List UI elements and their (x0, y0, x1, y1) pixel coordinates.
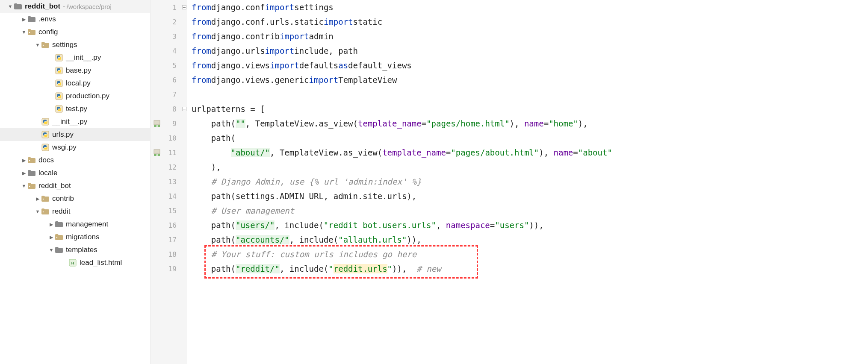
code-line[interactable]: ), (192, 160, 868, 174)
tree-item[interactable]: ▼reddit_bot~/workspace/proj (0, 0, 150, 13)
code-line[interactable]: "about/", TemplateView.as_view(template_… (192, 145, 868, 160)
line-number: 12 (151, 160, 181, 174)
tree-item[interactable]: Hlead_list.html (0, 256, 150, 269)
project-tree[interactable]: ▼reddit_bot~/workspace/proj▶.envs▼config… (0, 0, 151, 364)
code-line[interactable]: path("accounts/", include("allauth.urls"… (192, 232, 868, 247)
fold-row[interactable] (181, 58, 187, 73)
svg-point-0 (29, 32, 30, 33)
code-line[interactable]: path("reddit/", include("reddit.urls")),… (192, 261, 868, 276)
code-line[interactable]: from django.contrib import admin (192, 29, 868, 44)
code-editor[interactable]: from django.conf import settingsfrom dja… (187, 0, 868, 364)
code-line[interactable]: from django.conf.urls.static import stat… (192, 15, 868, 29)
chevron-right-icon[interactable]: ▶ (21, 16, 27, 23)
tree-item-hint: ~/workspace/proj (63, 3, 112, 10)
tree-item[interactable]: ▶migrations (0, 231, 150, 244)
fold-row[interactable] (181, 160, 187, 174)
code-line[interactable]: path(settings.ADMIN_URL, admin.site.urls… (192, 189, 868, 203)
tree-item[interactable]: ▶management (0, 218, 150, 231)
folder-icon (27, 169, 36, 177)
code-line[interactable]: from django.views import defaults as def… (192, 58, 868, 73)
fold-row[interactable] (181, 247, 187, 261)
code-line[interactable]: path("users/", include("reddit_bot.users… (192, 218, 868, 232)
code-line[interactable]: path( (192, 131, 868, 145)
tree-item-label: docs (38, 156, 54, 164)
fold-row[interactable] (181, 15, 187, 29)
line-number: 4 (151, 44, 181, 58)
chevron-right-icon[interactable]: ▶ (48, 221, 55, 228)
tree-item-label: management (66, 220, 108, 229)
code-line[interactable]: # Django Admin, use {% url 'admin:index'… (192, 174, 868, 189)
code-line[interactable] (192, 87, 868, 102)
code-fold-ribbon[interactable] (181, 0, 187, 364)
tree-item-label: local.py (66, 79, 91, 88)
fold-row[interactable] (181, 102, 187, 116)
fold-row[interactable] (181, 116, 187, 131)
code-line[interactable]: from django.conf import settings (192, 0, 868, 15)
code-line[interactable]: # User management (192, 203, 868, 218)
tree-item[interactable]: ▼config (0, 26, 150, 38)
fold-row[interactable] (181, 145, 187, 160)
tree-item[interactable]: local.py (0, 77, 150, 90)
fold-collapse-icon[interactable] (182, 107, 186, 111)
tree-item[interactable]: ▼reddit_bot (0, 179, 150, 192)
svg-rect-2 (56, 54, 62, 61)
line-number: 7 (151, 87, 181, 102)
chevron-right-icon[interactable]: ▶ (48, 234, 55, 241)
chevron-right-icon[interactable]: ▶ (21, 170, 27, 176)
tree-item-label: wsgi.py (52, 143, 77, 152)
chevron-right-icon[interactable]: ▶ (21, 157, 27, 164)
tree-item[interactable]: ▼settings (0, 38, 150, 51)
fold-collapse-icon[interactable] (182, 5, 186, 9)
fold-row[interactable] (181, 261, 187, 276)
tree-item[interactable]: test.py (0, 103, 150, 115)
tree-item[interactable]: production.py (0, 90, 150, 103)
code-line[interactable]: from django.views.generic import Templat… (192, 73, 868, 87)
chevron-down-icon[interactable]: ▼ (34, 41, 41, 48)
folder-icon (27, 182, 36, 190)
code-line[interactable]: path("", TemplateView.as_view(template_n… (192, 116, 868, 131)
chevron-down-icon[interactable]: ▼ (34, 208, 41, 215)
code-line[interactable]: from django.urls import include, path (192, 44, 868, 58)
line-number: H11 (151, 145, 181, 160)
chevron-down-icon[interactable]: ▼ (21, 182, 27, 189)
fold-row[interactable] (181, 189, 187, 203)
folder-icon (41, 207, 50, 216)
code-line[interactable]: # Your stuff: custom urls includes go he… (192, 247, 868, 261)
fold-row[interactable] (181, 203, 187, 218)
fold-row[interactable] (181, 131, 187, 145)
chevron-down-icon[interactable]: ▼ (48, 247, 55, 253)
tree-item[interactable]: ▶contrib (0, 192, 150, 205)
chevron-down-icon[interactable]: ▼ (21, 29, 27, 35)
tree-item[interactable]: ▶locale (0, 167, 150, 179)
tree-item[interactable]: ▼reddit (0, 205, 150, 218)
folder-icon (55, 233, 63, 241)
svg-rect-6 (56, 106, 62, 112)
tree-item[interactable]: ▼templates (0, 244, 150, 256)
line-number: 2 (151, 15, 181, 29)
tree-item-label: test.py (66, 105, 87, 113)
svg-rect-20 (154, 150, 160, 154)
fold-row[interactable] (181, 218, 187, 232)
tree-item[interactable]: ▶docs (0, 154, 150, 167)
line-number: 16 (151, 218, 181, 232)
fold-row[interactable] (181, 44, 187, 58)
tree-item[interactable]: ▶.envs (0, 13, 150, 26)
chevron-down-icon[interactable]: ▼ (7, 3, 14, 10)
folder-icon (27, 15, 36, 23)
fold-row[interactable] (181, 174, 187, 189)
python-file-icon (55, 53, 63, 62)
fold-row[interactable] (181, 232, 187, 247)
tree-item[interactable]: urls.py (0, 128, 150, 141)
tree-item[interactable]: __init__.py (0, 115, 150, 128)
tree-item[interactable]: wsgi.py (0, 141, 150, 154)
code-line[interactable]: urlpatterns = [ (192, 102, 868, 116)
fold-row[interactable] (181, 87, 187, 102)
python-file-icon (55, 105, 63, 113)
tree-item[interactable]: __init__.py (0, 51, 150, 64)
folder-icon (55, 246, 63, 254)
tree-item[interactable]: base.py (0, 64, 150, 77)
fold-row[interactable] (181, 29, 187, 44)
fold-row[interactable] (181, 73, 187, 87)
fold-row[interactable] (181, 0, 187, 15)
chevron-right-icon[interactable]: ▶ (34, 195, 41, 202)
